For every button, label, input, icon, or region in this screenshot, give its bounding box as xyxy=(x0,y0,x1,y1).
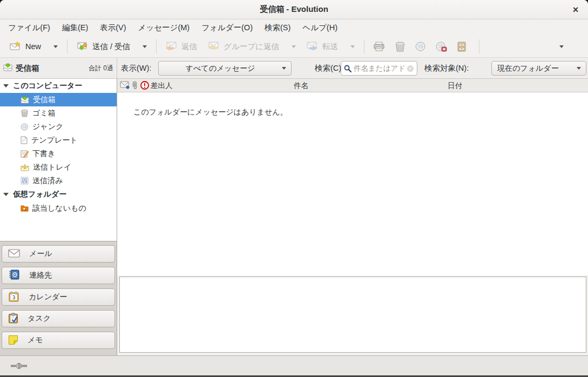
show-filter-dropdown[interactable]: すべてのメッセージ xyxy=(158,61,292,76)
search-folder-icon xyxy=(21,205,29,212)
folder-trash[interactable]: ゴミ箱 xyxy=(0,106,117,120)
reply-button[interactable]: 返信 xyxy=(160,38,202,55)
template-icon xyxy=(21,136,28,144)
attachment-column-icon[interactable] xyxy=(131,81,138,90)
menu-message[interactable]: メッセージ(M) xyxy=(132,21,196,35)
message-list[interactable]: このフォルダーにメッセージはありません。 xyxy=(117,92,588,275)
forward-label: 転送 xyxy=(322,42,338,52)
search-scope-dropdown[interactable]: 現在のフォルダー xyxy=(491,61,586,76)
trash-icon xyxy=(21,109,29,117)
forward-icon xyxy=(307,42,317,52)
folder-inbox[interactable]: 受信箱 xyxy=(0,93,117,106)
new-message-button[interactable]: New xyxy=(4,38,63,55)
show-filter-label: 表示(W): xyxy=(121,58,151,78)
evolution-window: 受信箱 - Evolution × ファイル(F) 編集(E) 表示(V) メッ… xyxy=(0,0,588,377)
clear-search-icon[interactable] xyxy=(407,65,414,72)
forward-button[interactable]: 転送 xyxy=(301,38,360,55)
column-subject[interactable]: 件名 xyxy=(294,79,308,92)
folder-total-count: 合計 0通 xyxy=(89,64,113,73)
main-toolbar: New 送信 / 受信 返信 グループに返信 xyxy=(0,36,588,58)
junk-icon xyxy=(415,42,426,51)
filter-bar: 受信箱 合計 0通 表示(W): すべてのメッセージ 検索(C): 検索対象(N… xyxy=(0,58,588,79)
switcher-calendar-button[interactable]: 3 カレンダー xyxy=(2,288,115,306)
folder-unmatched[interactable]: 該当しないもの xyxy=(0,201,117,215)
search-scope-value: 現在のフォルダー xyxy=(492,64,577,73)
new-mail-icon xyxy=(10,42,21,52)
important-column-icon[interactable] xyxy=(140,81,149,90)
message-list-header: 差出人 件名 日付 xyxy=(117,79,588,92)
current-folder-header: 受信箱 合計 0通 xyxy=(0,58,117,78)
folder-templates[interactable]: テンプレート xyxy=(0,133,117,147)
memo-icon xyxy=(8,335,18,346)
switcher-mail-button[interactable]: メール xyxy=(2,245,115,262)
reply-icon xyxy=(166,42,177,52)
expander-icon[interactable] xyxy=(3,84,9,87)
menu-folder[interactable]: フォルダー(O) xyxy=(195,21,259,35)
menu-view[interactable]: 表示(V) xyxy=(94,21,132,35)
menu-search[interactable]: 検索(S) xyxy=(259,21,296,35)
online-status-button[interactable] xyxy=(9,360,29,372)
drafts-icon xyxy=(21,150,29,158)
search-label: 検索(C): xyxy=(315,58,343,78)
junk-icon xyxy=(21,123,29,131)
sent-icon xyxy=(21,177,29,185)
search-scope-label: 検索対象(N): xyxy=(424,58,469,78)
junk-button[interactable] xyxy=(410,38,431,55)
reply-group-icon xyxy=(208,42,219,52)
send-receive-button[interactable]: 送信 / 受信 xyxy=(71,38,152,55)
search-input[interactable] xyxy=(354,64,404,72)
print-button[interactable] xyxy=(368,38,390,55)
reply-group-dropdown-arrow[interactable] xyxy=(292,45,296,48)
reply-group-button[interactable]: グループに返信 xyxy=(202,38,301,55)
not-junk-button[interactable] xyxy=(431,38,452,55)
status-bar xyxy=(0,355,588,375)
folder-tree: このコンピューター 受信箱 ゴミ箱 ジャンク テンプレート xyxy=(0,79,117,241)
archive-button[interactable] xyxy=(452,38,471,55)
menu-bar: ファイル(F) 編集(E) 表示(V) メッセージ(M) フォルダー(O) 検索… xyxy=(0,19,588,36)
not-junk-icon xyxy=(436,42,447,52)
folder-junk[interactable]: ジャンク xyxy=(0,120,117,133)
archive-icon xyxy=(457,42,467,52)
tasks-icon xyxy=(8,313,18,325)
toolbar-separator xyxy=(156,39,157,53)
calendar-icon: 3 xyxy=(8,291,19,304)
switcher-contacts-button[interactable]: 連絡先 xyxy=(2,267,115,284)
folder-sent[interactable]: 送信済み xyxy=(0,174,117,187)
empty-folder-message: このフォルダーにメッセージはありません。 xyxy=(133,107,288,117)
expander-icon[interactable] xyxy=(3,193,9,196)
toolbar-separator xyxy=(67,39,67,53)
title-bar: 受信箱 - Evolution × xyxy=(0,0,588,19)
reply-group-label: グループに返信 xyxy=(224,42,279,52)
menu-help[interactable]: ヘルプ(H) xyxy=(296,21,343,35)
delete-button[interactable] xyxy=(390,38,410,55)
outbox-icon xyxy=(21,164,29,171)
show-filter-value: すべてのメッセージ xyxy=(159,64,282,73)
search-box xyxy=(341,61,417,76)
tree-group-this-computer[interactable]: このコンピューター xyxy=(0,79,117,93)
tree-group-search-folders[interactable]: 仮想フォルダー xyxy=(0,187,117,201)
component-switcher: メール 連絡先 3 カレンダー タスク メモ xyxy=(0,241,117,355)
show-filter-arrow-icon xyxy=(282,67,286,70)
forward-dropdown-arrow[interactable] xyxy=(350,45,355,48)
column-date[interactable]: 日付 xyxy=(448,79,462,92)
preview-pane[interactable] xyxy=(119,277,586,353)
switcher-tasks-button[interactable]: タスク xyxy=(2,310,115,327)
close-button[interactable]: × xyxy=(569,3,583,17)
switcher-memos-button[interactable]: メモ xyxy=(2,332,115,349)
folder-outbox[interactable]: 送信トレイ xyxy=(0,160,117,174)
status-column-icon[interactable] xyxy=(120,81,130,89)
menu-file[interactable]: ファイル(F) xyxy=(2,21,56,35)
new-dropdown-arrow[interactable] xyxy=(53,45,58,48)
search-icon xyxy=(344,65,352,72)
print-icon xyxy=(373,42,385,51)
column-from[interactable]: 差出人 xyxy=(151,79,173,92)
send-receive-icon xyxy=(77,41,87,52)
folder-drafts[interactable]: 下書き xyxy=(0,147,117,160)
toolbar-separator xyxy=(479,39,479,53)
window-title: 受信箱 - Evolution xyxy=(260,4,328,15)
menu-edit[interactable]: 編集(E) xyxy=(56,21,94,35)
send-receive-dropdown-arrow[interactable] xyxy=(143,45,147,48)
contacts-icon xyxy=(8,270,20,281)
toolbar-overflow-button[interactable] xyxy=(555,42,569,51)
mail-icon xyxy=(8,249,20,259)
